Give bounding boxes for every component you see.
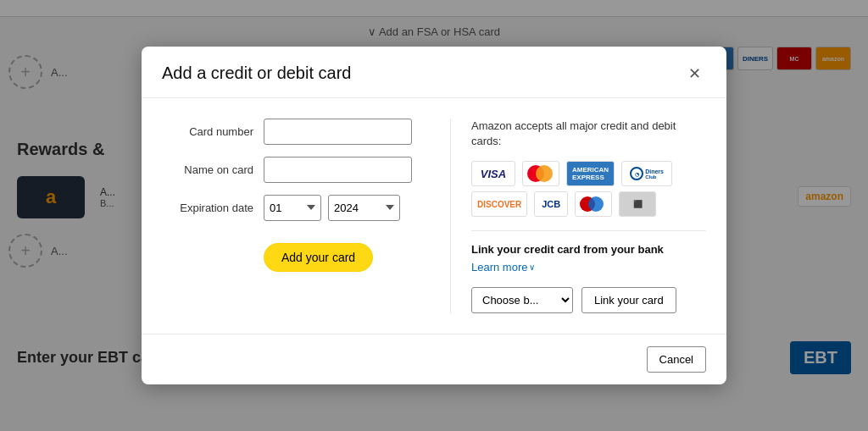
bank-link-title: Link your credit card from your bank [471,243,706,256]
modal-overlay: Add a credit or debit card ✕ Card number… [0,0,868,431]
diners-text-2: Club [645,174,664,180]
name-on-card-label: Name on card [162,163,264,176]
expiry-month-select[interactable]: 01 02 03 04 05 06 07 08 09 10 11 12 [264,195,321,221]
card-number-input[interactable] [264,119,412,145]
diners-circle: ◔ [630,167,643,180]
learn-more-row: Learn more ∨ [471,261,706,274]
card-logos-row-1: VISA AMERICANEXPRESS [471,161,706,186]
expiry-year-select[interactable]: 2024 2025 2026 2027 2028 [328,195,400,221]
chevron-down-icon: ∨ [529,262,535,272]
jcb-logo: JCB [534,191,568,217]
card-number-row: Card number [162,119,425,145]
discover-logo: DISCOVER [471,191,527,217]
add-card-modal: Add a credit or debit card ✕ Card number… [142,47,726,384]
modal-header: Add a credit or debit card ✕ [142,47,726,98]
close-button[interactable]: ✕ [682,62,706,86]
amex-logo: AMERICANEXPRESS [566,161,615,186]
card-info-section: Amazon accepts all major credit and debi… [450,119,706,313]
maestro-blue-circle [588,196,604,212]
add-card-button[interactable]: Add your card [264,243,373,272]
card-number-label: Card number [162,125,264,138]
mc-yellow-circle [536,165,553,182]
name-on-card-input[interactable] [264,157,412,183]
link-card-button[interactable]: Link your card [581,287,676,313]
card-logos-grid: VISA AMERICANEXPRESS [471,161,706,217]
generic-card-logo: ⬛ [619,191,656,217]
name-on-card-row: Name on card [162,157,425,183]
mastercard-logo [522,161,559,186]
modal-body: Card number Name on card Expiration date… [142,98,726,334]
modal-footer: Cancel [142,334,726,384]
card-logos-row-2: DISCOVER JCB [471,191,706,217]
expiry-label: Expiration date [162,202,264,214]
cancel-button[interactable]: Cancel [647,346,706,373]
card-form: Card number Name on card Expiration date… [162,119,425,313]
diners-text-1: Diners [645,169,664,174]
maestro-logo [575,191,612,217]
modal-title: Add a credit or debit card [162,64,351,83]
learn-more-link[interactable]: Learn more [471,261,527,274]
visa-logo: VISA [471,161,515,186]
diners-logo: ◔ Diners Club [621,161,672,186]
bank-actions: Choose b... Link your card [471,287,706,313]
expiry-row: Expiration date 01 02 03 04 05 06 07 08 … [162,195,425,221]
accepts-text: Amazon accepts all major credit and debi… [471,119,706,149]
divider [471,230,706,231]
choose-bank-select[interactable]: Choose b... [471,287,573,313]
